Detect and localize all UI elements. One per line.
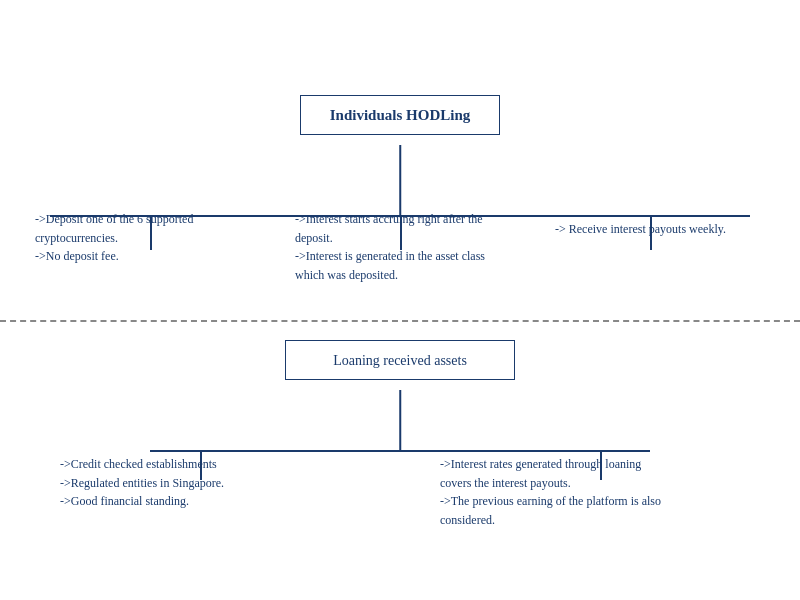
bottom-box: Loaning received assets bbox=[285, 340, 515, 380]
col-right-text: -> Receive interest payouts weekly. bbox=[555, 220, 750, 239]
col-center-text: ->Interest starts accruing right after t… bbox=[295, 210, 510, 284]
line-top-vertical bbox=[399, 145, 401, 215]
bottom-box-label: Loaning received assets bbox=[333, 353, 467, 368]
bot-right-text: ->Interest rates generated through loani… bbox=[440, 455, 670, 529]
top-box: Individuals HODLing bbox=[300, 95, 500, 135]
text-bot-left: ->Credit checked establishments->Regulat… bbox=[60, 455, 280, 511]
text-col-right: -> Receive interest payouts weekly. bbox=[555, 220, 750, 239]
main-container: Individuals HODLing ->Deposit one of the… bbox=[0, 0, 800, 600]
col-left-text: ->Deposit one of the 6 supported cryptoc… bbox=[35, 210, 265, 266]
text-col-center: ->Interest starts accruing right after t… bbox=[295, 210, 510, 284]
text-bot-right: ->Interest rates generated through loani… bbox=[440, 455, 670, 529]
text-col-left: ->Deposit one of the 6 supported cryptoc… bbox=[35, 210, 265, 266]
dashed-divider bbox=[0, 320, 800, 322]
top-box-label: Individuals HODLing bbox=[330, 107, 470, 123]
line-horizontal-bottom bbox=[150, 450, 650, 452]
bot-left-text: ->Credit checked establishments->Regulat… bbox=[60, 455, 280, 511]
line-bottom-vertical bbox=[399, 390, 401, 450]
